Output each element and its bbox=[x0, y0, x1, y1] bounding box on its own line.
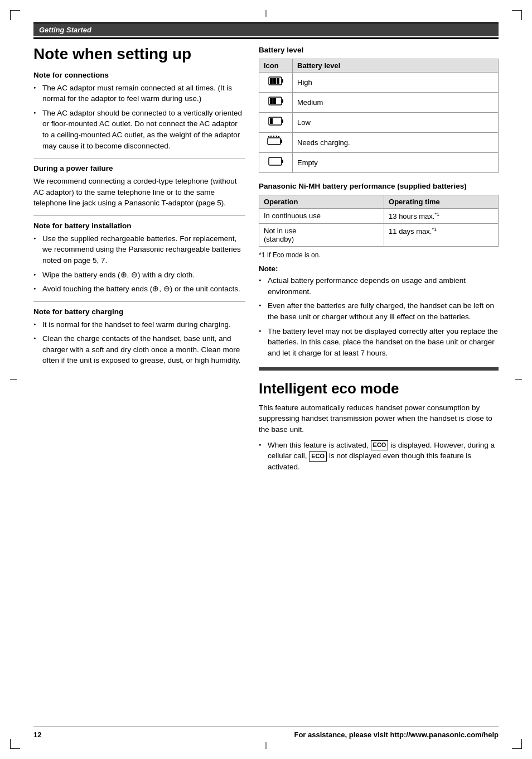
svg-point-18 bbox=[278, 136, 279, 137]
note-label: Note: bbox=[259, 265, 499, 273]
svg-rect-13 bbox=[280, 140, 282, 143]
battery-table-col1: Icon bbox=[259, 59, 293, 73]
battery-empty-icon bbox=[268, 156, 284, 167]
svg-rect-4 bbox=[277, 78, 279, 84]
connections-list: The AC adaptor must remain connected at … bbox=[33, 83, 245, 151]
connections-bullet-1: The AC adaptor must remain connected at … bbox=[33, 83, 245, 104]
table-row: In continuous use 13 hours max.*1 bbox=[259, 209, 499, 224]
svg-rect-2 bbox=[270, 78, 273, 84]
reg-mark-right bbox=[515, 380, 522, 380]
right-column: Battery level Icon Battery level bbox=[259, 46, 499, 477]
connections-bullet-2: The AC adaptor should be connected to a … bbox=[33, 108, 245, 151]
table-row: Not in use(standby) 11 days max.*1 bbox=[259, 224, 499, 247]
battery-install-bullet-1: Use the supplied rechargeable batteries.… bbox=[33, 233, 245, 266]
svg-point-16 bbox=[273, 136, 274, 137]
connections-heading: Note for connections bbox=[33, 71, 245, 79]
footer-text: For assistance, please visit http://www.… bbox=[294, 731, 499, 739]
battery-icon-medium bbox=[259, 93, 293, 113]
note-bullet-1: Actual battery performance depends on us… bbox=[259, 275, 499, 297]
note-bullet-3: The battery level may not be displayed c… bbox=[259, 326, 499, 359]
main-heading: Note when setting up bbox=[33, 46, 245, 63]
table-row: High bbox=[259, 73, 499, 93]
battery-icon-high bbox=[259, 73, 293, 93]
table-row: Low bbox=[259, 113, 499, 133]
svg-rect-19 bbox=[269, 157, 282, 165]
perf-op-1: In continuous use bbox=[259, 209, 384, 224]
page: Getting Started Note when setting up Not… bbox=[0, 0, 532, 759]
battery-charging-bullet-1: It is normal for the handset to feel war… bbox=[33, 319, 245, 330]
battery-table-col2: Battery level bbox=[293, 59, 499, 73]
content-columns: Note when setting up Note for connection… bbox=[33, 46, 499, 477]
battery-level-table: Icon Battery level bbox=[259, 59, 499, 173]
battery-installation-heading: Note for battery installation bbox=[33, 222, 245, 230]
svg-rect-20 bbox=[282, 160, 283, 163]
section-bottom-line bbox=[33, 37, 499, 39]
page-footer: 12 For assistance, please visit http://w… bbox=[33, 727, 499, 739]
power-failure-text: We recommend connecting a corded-type te… bbox=[33, 176, 245, 209]
corner-mark-tr bbox=[512, 10, 522, 20]
battery-high-icon bbox=[268, 75, 284, 87]
notes-list: Actual battery performance depends on us… bbox=[259, 275, 499, 358]
battery-level-empty: Empty bbox=[293, 153, 499, 173]
svg-rect-3 bbox=[273, 78, 276, 84]
battery-level-medium: Medium bbox=[293, 93, 499, 113]
svg-rect-11 bbox=[270, 118, 273, 124]
page-number: 12 bbox=[33, 731, 41, 739]
eco-section-bar bbox=[259, 367, 499, 371]
eco-heading: Intelligent eco mode bbox=[259, 381, 499, 397]
eco-bullet-1: When this feature is activated, ECO is d… bbox=[259, 440, 499, 473]
perf-time-2: 11 days max.*1 bbox=[384, 224, 499, 247]
corner-mark-tl bbox=[10, 10, 20, 20]
corner-mark-bl bbox=[10, 739, 20, 749]
eco-bullets: When this feature is activated, ECO is d… bbox=[259, 440, 499, 473]
eco-description: This feature automatically reduces hands… bbox=[259, 402, 499, 435]
svg-point-14 bbox=[268, 136, 269, 137]
table-row: Needs charging. bbox=[259, 133, 499, 153]
battery-icon-empty bbox=[259, 153, 293, 173]
svg-rect-1 bbox=[282, 79, 283, 83]
corner-mark-br bbox=[512, 739, 522, 749]
battery-needs-charging-icon bbox=[267, 136, 285, 147]
battery-icon-needs-charging bbox=[259, 133, 293, 153]
battery-charging-bullet-2: Clean the charge contacts of the handset… bbox=[33, 333, 245, 366]
perf-col2: Operating time bbox=[384, 195, 499, 209]
battery-medium-icon bbox=[268, 95, 284, 107]
eco-badge-1: ECO bbox=[371, 440, 389, 450]
performance-title: Panasonic Ni-MH battery performance (sup… bbox=[259, 182, 499, 190]
note-bullet-2: Even after the batteries are fully charg… bbox=[259, 300, 499, 322]
svg-point-15 bbox=[270, 136, 271, 137]
battery-icon-low bbox=[259, 113, 293, 133]
table-row: Empty bbox=[259, 153, 499, 173]
battery-level-needs-charging: Needs charging. bbox=[293, 133, 499, 153]
battery-level-high: High bbox=[293, 73, 499, 93]
svg-point-17 bbox=[275, 136, 277, 137]
eco-badge-2: ECO bbox=[309, 451, 327, 462]
battery-install-bullet-2: Wipe the battery ends (⊕, ⊖) with a dry … bbox=[33, 270, 245, 281]
perf-col1: Operation bbox=[259, 195, 384, 209]
divider-1 bbox=[33, 158, 245, 158]
power-failure-heading: During a power failure bbox=[33, 164, 245, 172]
perf-time-1: 13 hours max.*1 bbox=[384, 209, 499, 224]
divider-2 bbox=[33, 215, 245, 216]
perf-op-2: Not in use(standby) bbox=[259, 224, 384, 247]
left-column: Note when setting up Note for connection… bbox=[33, 46, 245, 477]
svg-rect-8 bbox=[273, 98, 276, 104]
reg-mark-top bbox=[266, 10, 267, 17]
reg-mark-bottom bbox=[266, 742, 267, 749]
svg-rect-12 bbox=[268, 138, 280, 145]
battery-charging-heading: Note for battery charging bbox=[33, 308, 245, 316]
svg-rect-10 bbox=[282, 119, 283, 123]
battery-low-icon bbox=[268, 116, 284, 127]
svg-rect-7 bbox=[270, 98, 273, 104]
battery-level-title: Battery level bbox=[259, 46, 499, 54]
battery-charging-list: It is normal for the handset to feel war… bbox=[33, 319, 245, 366]
section-bar: Getting Started bbox=[33, 23, 499, 36]
table-row: Medium bbox=[259, 93, 499, 113]
reg-mark-left bbox=[10, 380, 17, 380]
footnote: *1 If Eco mode is on. bbox=[259, 251, 499, 259]
battery-installation-list: Use the supplied rechargeable batteries.… bbox=[33, 233, 245, 295]
divider-3 bbox=[33, 301, 245, 302]
svg-rect-6 bbox=[282, 99, 283, 103]
battery-level-low: Low bbox=[293, 113, 499, 133]
performance-table: Operation Operating time In continuous u… bbox=[259, 195, 499, 247]
